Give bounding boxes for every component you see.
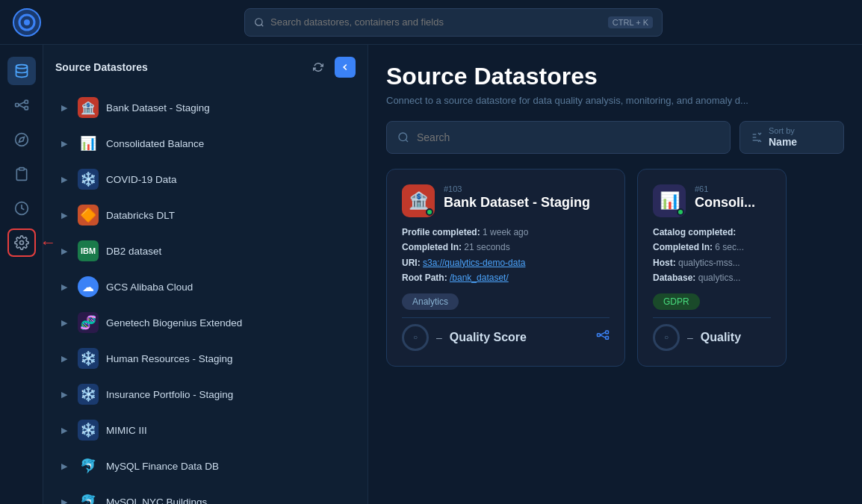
- sidebar-item-gcs[interactable]: ▶ ☁ GCS Alibaba Cloud: [49, 269, 362, 305]
- svg-rect-12: [19, 168, 24, 170]
- sidebar-item-label: Consolidated Balance: [106, 138, 204, 149]
- sort-labels: Sort by Name: [769, 126, 797, 149]
- chevron-icon: ▶: [61, 175, 70, 184]
- db-label: Database:: [653, 273, 695, 283]
- card-icon-wrap: 🏦: [402, 184, 435, 217]
- insurance-icon: ❄️: [78, 384, 99, 405]
- database-icon: [14, 63, 29, 78]
- uri-label: URI:: [402, 258, 421, 268]
- svg-rect-5: [15, 104, 18, 107]
- quality-circle: ○: [402, 324, 429, 351]
- svg-point-14: [19, 241, 23, 245]
- main-layout: ← Source Datastores: [0, 45, 862, 504]
- sidebar-item-label: Genetech Biogenius Extended: [106, 317, 242, 329]
- sidebar-item-consolidated-balance[interactable]: ▶ 📊 Consolidated Balance: [49, 125, 362, 161]
- tag-analytics: Analytics: [402, 293, 459, 310]
- compass-icon: [14, 132, 29, 147]
- sidebar-item-human-resources[interactable]: ▶ ❄️ Human Resources - Staging: [49, 340, 362, 376]
- sidebar-item-covid19[interactable]: ▶ ❄️ COVID-19 Data: [49, 161, 362, 197]
- sidebar-item-label: MIMIC III: [106, 425, 147, 436]
- sidebar-item-mimic[interactable]: ▶ ❄️ MIMIC III: [49, 412, 362, 448]
- sort-by-button[interactable]: Sort by Name: [739, 121, 844, 154]
- nav-compass[interactable]: [7, 125, 36, 154]
- nav-topology[interactable]: [7, 91, 36, 119]
- catalog-label: Catalog completed:: [653, 227, 736, 237]
- global-search-bar[interactable]: CTRL + K: [244, 8, 663, 37]
- sidebar-title: Source Datastores: [55, 61, 148, 73]
- card-bank-dataset[interactable]: 🏦 #103 Bank Dataset - Staging Profile co…: [386, 169, 625, 367]
- svg-point-15: [399, 133, 407, 141]
- chevron-icon: ▶: [61, 139, 70, 149]
- uri-value[interactable]: s3a://qualytics-demo-data: [423, 258, 525, 268]
- share-icon[interactable]: [596, 329, 610, 346]
- svg-rect-20: [606, 331, 609, 334]
- quality-dash: –: [436, 332, 442, 343]
- sidebar-item-label: GCS Alibaba Cloud: [106, 281, 193, 293]
- chevron-icon: ▶: [61, 282, 70, 292]
- page-title: Source Datastores: [386, 63, 844, 90]
- sidebar-item-databricks[interactable]: ▶ 🔶 Databricks DLT: [49, 197, 362, 233]
- sidebar-item-label: Databricks DLT: [106, 210, 175, 221]
- sidebar-item-db2[interactable]: ▶ IBM DB2 dataset: [49, 233, 362, 269]
- card-header: 📊 #61 Consoli...: [653, 184, 771, 217]
- rootpath-value[interactable]: /bank_dataset/: [450, 273, 509, 283]
- sidebar-item-genetech[interactable]: ▶ 🧬 Genetech Biogenius Extended: [49, 305, 362, 340]
- completed-label: Completed In:: [402, 242, 462, 252]
- completed-value: 21 seconds: [464, 242, 509, 252]
- covid19-icon: ❄️: [78, 169, 99, 190]
- svg-rect-19: [598, 334, 601, 337]
- completed-label: Completed In:: [653, 242, 713, 252]
- sidebar-item-label: MySQL NYC Buildings: [106, 497, 207, 505]
- svg-rect-21: [606, 337, 609, 340]
- global-search-input[interactable]: [270, 16, 608, 28]
- sidebar-header: Source Datastores: [43, 45, 368, 87]
- db-value: qualytics...: [698, 273, 741, 283]
- refresh-icon: [313, 62, 323, 72]
- search-icon: [254, 17, 264, 28]
- collapse-sidebar-button[interactable]: [335, 57, 356, 78]
- sort-by-value: Name: [769, 136, 797, 149]
- topology-icon: [14, 98, 29, 113]
- db2-icon: IBM: [78, 240, 99, 261]
- sidebar-item-mysql-nyc[interactable]: ▶ 🐬 MySQL NYC Buildings: [49, 484, 362, 504]
- clock-icon: [14, 201, 29, 216]
- nav-clipboard[interactable]: [7, 160, 36, 188]
- sidebar-item-bank-dataset[interactable]: ▶ 🏦 Bank Dataset - Staging: [49, 90, 362, 125]
- chevron-icon: ▶: [61, 246, 70, 256]
- svg-line-9: [18, 105, 24, 108]
- sidebar-actions: [308, 57, 356, 78]
- card-id: #103: [444, 184, 590, 193]
- card-consolidated[interactable]: 📊 #61 Consoli... Catalog completed: Comp…: [637, 169, 787, 367]
- hr-icon: ❄️: [78, 348, 99, 369]
- nav-database[interactable]: [7, 57, 36, 85]
- chevron-icon: ▶: [61, 390, 70, 399]
- completed-value: 6 sec...: [715, 242, 744, 252]
- sidebar-item-label: Insurance Portfolio - Staging: [106, 389, 233, 400]
- nav-clock[interactable]: [7, 194, 36, 223]
- sidebar-item-mysql-finance[interactable]: ▶ 🐬 MySQL Finance Data DB: [49, 448, 362, 484]
- card-id: #61: [695, 184, 755, 193]
- content-search-bar[interactable]: [386, 121, 731, 154]
- chevron-icon: ▶: [61, 426, 70, 435]
- svg-line-23: [600, 335, 606, 338]
- sidebar-item-label: Human Resources - Staging: [106, 353, 233, 364]
- topbar: CTRL + K: [0, 0, 862, 45]
- svg-rect-6: [25, 100, 28, 103]
- card-quality: ○ – Quality Score: [402, 317, 610, 351]
- content-search-input[interactable]: [417, 131, 719, 143]
- app-logo: [12, 7, 42, 37]
- nav-settings[interactable]: ←: [7, 228, 36, 257]
- collapse-icon: [340, 62, 350, 72]
- refresh-button[interactable]: [308, 57, 329, 78]
- status-dot-active: [677, 208, 684, 216]
- chevron-icon: ▶: [61, 461, 70, 471]
- svg-line-8: [18, 102, 24, 105]
- card-icon-wrap: 📊: [653, 184, 686, 217]
- sidebar-item-insurance[interactable]: ▶ ❄️ Insurance Portfolio - Staging: [49, 376, 362, 412]
- databricks-icon: 🔶: [78, 205, 99, 225]
- page-subtitle: Connect to a source datastore for data q…: [386, 95, 844, 106]
- card-quality: ○ – Quality: [653, 317, 771, 351]
- quality-score-label: Quality Score: [450, 331, 527, 344]
- red-arrow-indicator: ←: [40, 233, 57, 252]
- mysql-finance-icon: 🐬: [78, 455, 99, 476]
